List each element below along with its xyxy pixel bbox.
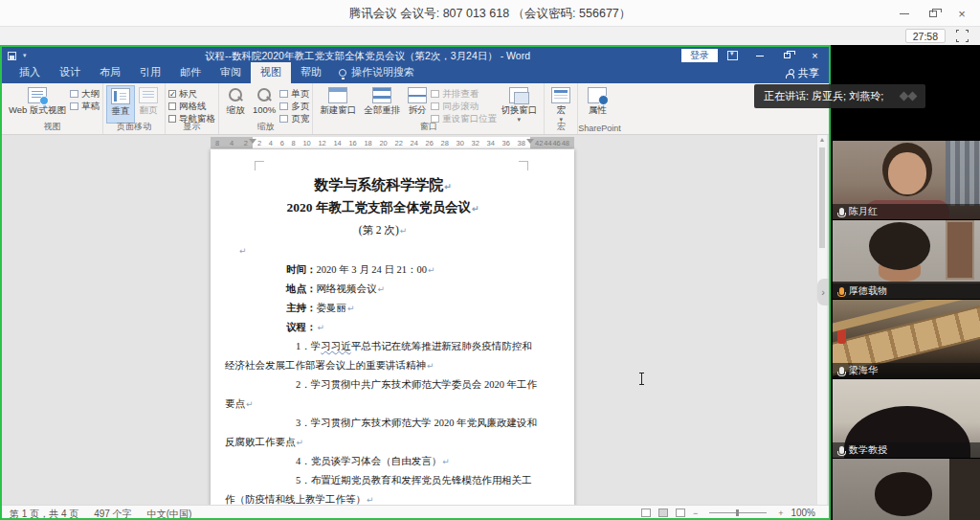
switch-windows-button[interactable]: 切换窗口 ▾ <box>497 85 541 124</box>
agenda-item-3: 3．学习贯彻广东技术师范大学 2020 年党风廉政建设和反腐败工作要点 <box>225 414 541 452</box>
switch-windows-icon <box>509 87 528 103</box>
spellcheck-underline: 习习近 <box>321 341 351 351</box>
scroll-up-icon[interactable]: ▲ <box>817 136 827 143</box>
mic-icon <box>839 367 844 374</box>
tab-help[interactable]: 帮助 <box>291 62 331 83</box>
magnifier-100-icon <box>255 87 274 103</box>
panel-collapse-handle[interactable]: › <box>817 279 829 305</box>
sync-scroll-icon <box>431 102 439 110</box>
zoom-slider[interactable] <box>709 512 767 513</box>
side-to-side-button[interactable]: 翻页 <box>135 85 162 124</box>
zoom-100-button[interactable]: 100% <box>249 85 279 124</box>
ribbon-tab-row: 插入 设计 布局 引用 邮件 审阅 视图 帮助 操作说明搜索 共享 <box>2 64 829 83</box>
vertical-scrollbar[interactable]: ▲ <box>816 135 827 505</box>
page-indicator[interactable]: 第 1 页，共 4 页 <box>10 508 78 518</box>
multi-page-button[interactable]: 多页 <box>279 101 309 112</box>
ruler-number: 18 <box>364 139 371 147</box>
tab-design[interactable]: 设计 <box>50 62 90 83</box>
tab-layout[interactable]: 布局 <box>90 62 130 83</box>
meeting-timer: 27:58 <box>905 29 946 43</box>
participant-name: 数学教授 <box>849 443 887 457</box>
word-count[interactable]: 497 个字 <box>94 508 131 518</box>
view-side-by-side-button[interactable]: 并排查看 <box>431 88 497 100</box>
mic-icon <box>839 208 844 215</box>
share-label: 共享 <box>798 66 819 80</box>
ruler-number: 32 <box>472 139 479 147</box>
zoom-level[interactable]: 100% <box>791 508 815 518</box>
group-label-page-movement: 页面移动 <box>103 121 165 133</box>
save-icon[interactable] <box>8 52 16 60</box>
doc-meta-line: 地点：网络视频会议 <box>225 280 541 299</box>
zoom-in-icon[interactable]: + <box>778 509 783 518</box>
participant-video[interactable]: 厚德载物 <box>833 220 980 299</box>
tab-review[interactable]: 审阅 <box>211 62 251 83</box>
group-label-window: 窗口 <box>313 121 544 133</box>
print-layout-icon[interactable] <box>658 509 668 517</box>
ruler-number: 6 <box>280 139 284 147</box>
tab-view[interactable]: 视图 <box>251 62 291 83</box>
restore-icon <box>784 53 791 58</box>
web-layout-button[interactable]: Web 版式视图 <box>5 85 70 124</box>
margin-crop-mark <box>519 161 528 170</box>
vertical-button[interactable]: 垂直 <box>106 85 135 124</box>
new-window-button[interactable]: 新建窗口 <box>316 85 360 124</box>
zoom-button[interactable]: 缩放 <box>222 85 249 124</box>
participant-video[interactable]: 梁海华 <box>833 300 980 378</box>
share-button[interactable]: 共享 <box>786 66 819 80</box>
tab-references[interactable]: 引用 <box>130 62 170 83</box>
language-indicator[interactable]: 中文(中国) <box>147 508 192 518</box>
close-button[interactable]: × <box>947 0 976 27</box>
word-status-bar: 第 1 页，共 4 页 497 个字 中文(中国) − + 100% <box>2 505 829 518</box>
outline-icon <box>70 90 78 98</box>
tab-mailings[interactable]: 邮件 <box>170 62 211 83</box>
split-button[interactable]: 拆分 <box>404 85 431 124</box>
tencent-meeting-logo <box>901 93 916 100</box>
participant-video[interactable]: 数学教授 <box>833 379 980 458</box>
person-icon <box>786 69 794 79</box>
group-label-sharepoint: SharePoint <box>578 124 616 133</box>
arrange-all-button[interactable]: 全部重排 <box>360 85 404 124</box>
split-icon <box>408 87 427 103</box>
tab-insert[interactable]: 插入 <box>10 62 50 83</box>
ruler-number: 4 <box>269 139 273 147</box>
ruler-left-margin: 842 <box>211 137 253 148</box>
scrollbar-thumb[interactable] <box>819 147 825 248</box>
doc-meta-line: 时间：2020 年 3 月 24 日 21：00 <box>225 260 541 280</box>
document-page[interactable]: 数学与系统科学学院 2020 年教工党支部全体党员会议 (第 2 次) 时间：2… <box>211 149 574 505</box>
login-button[interactable]: 登录 <box>681 49 718 62</box>
group-label-macros: 宏 <box>545 121 577 133</box>
read-mode-icon[interactable] <box>641 509 651 517</box>
word-restore-button[interactable] <box>775 47 799 64</box>
qat-customize-icon[interactable]: ▾ <box>23 52 27 59</box>
web-layout-icon[interactable] <box>676 509 685 517</box>
word-minimize-button[interactable] <box>747 47 771 64</box>
horizontal-ruler[interactable]: 842 2468101214161820222426283032343638 4… <box>211 137 574 148</box>
draft-view-button[interactable]: 草稿 <box>70 101 100 112</box>
fullscreen-icon[interactable] <box>956 30 969 42</box>
participant-name-bar: 厚德载物 <box>833 283 980 299</box>
word-close-button[interactable]: × <box>803 47 827 64</box>
minimize-button[interactable] <box>890 0 919 27</box>
zoom-out-icon[interactable]: − <box>693 509 698 518</box>
ruler-number: 34 <box>487 139 495 147</box>
participant-video[interactable]: 刘燕玲 ∨ <box>833 459 980 520</box>
sync-scroll-button[interactable]: 同步滚动 <box>431 101 497 112</box>
ruler-number: 12 <box>318 139 325 147</box>
outline-view-button[interactable]: 大纲 <box>70 88 100 100</box>
one-page-button[interactable]: 单页 <box>279 88 309 100</box>
agenda-item-5: 5．布置近期党员教育和发挥党员先锋模范作用相关工作（防疫情和线上教学工作等） <box>225 471 541 505</box>
gridlines-checkbox[interactable]: 网格线 <box>168 101 215 112</box>
ruler-checkbox[interactable]: ✓标尺 <box>168 88 215 100</box>
restore-button[interactable] <box>919 0 947 27</box>
meeting-toolbar: 27:58 <box>0 27 980 45</box>
macros-button[interactable]: 宏 ▾ <box>547 85 574 124</box>
properties-button[interactable]: 属性 <box>581 85 613 124</box>
ribbon-display-options-icon[interactable] <box>727 51 738 60</box>
ruler-number: 30 <box>457 139 464 147</box>
doc-subheading: (第 2 次) <box>225 219 541 241</box>
arrange-all-icon <box>372 87 391 103</box>
document-area: 842 2468101214161820222426283032343638 4… <box>2 135 829 505</box>
participant-video[interactable]: 陈月红 <box>833 141 980 219</box>
ruler-number: 22 <box>394 139 402 147</box>
tell-me-search[interactable]: 操作说明搜索 <box>339 65 414 83</box>
